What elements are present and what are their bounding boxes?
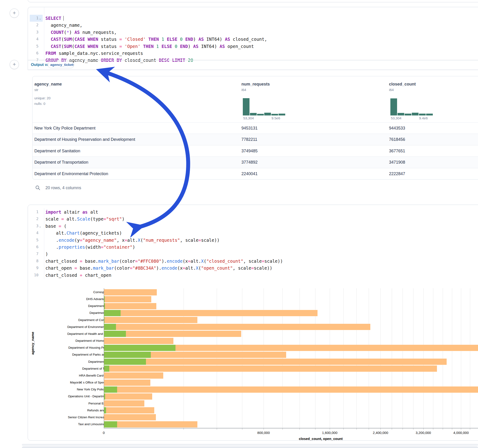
table-cell-closed: 9443533: [389, 123, 405, 134]
python-code-editor[interactable]: 1import altair as alt2scale = alt.Scale(…: [28, 209, 478, 279]
add-cell-button[interactable]: +: [10, 60, 19, 69]
closed-count-bar: [104, 359, 447, 365]
y-axis-tick: [103, 383, 104, 383]
code-line[interactable]: 7): [28, 250, 478, 257]
line-number: 3: [30, 223, 38, 230]
gridline: [433, 288, 433, 428]
add-cell-button[interactable]: +: [10, 8, 19, 18]
code-text[interactable]: .encode(y="agency_name", x=alt.X("num_re…: [45, 237, 220, 244]
open-count-bar: [104, 421, 117, 428]
code-text[interactable]: FROM sample_data.nyc.service_requests: [45, 50, 143, 57]
histogram-bar: [243, 98, 250, 115]
histogram-bar: [390, 98, 397, 115]
code-text[interactable]: scale = alt.Scale(type="sqrt"): [45, 216, 125, 222]
code-line[interactable]: 4 alt.Chart(agency_tickets): [28, 230, 478, 236]
code-line[interactable]: 8chart_closed = base.mark_bar(color="#FF…: [28, 258, 478, 265]
code-line[interactable]: 2scale = alt.Scale(type="sqrt"): [28, 216, 478, 222]
collapse-chevron-icon[interactable]: ⌄: [39, 223, 41, 230]
code-text[interactable]: chart_closed = base.mark_bar(color="#FFC…: [45, 258, 283, 265]
gridline: [183, 288, 184, 428]
histogram-max-label: 9.5e6: [271, 116, 280, 120]
column-header-agency-name[interactable]: agency_name: [34, 82, 62, 87]
python-cell[interactable]: 1import altair as alt2scale = alt.Scale(…: [28, 205, 478, 441]
closed-count-bar: [104, 317, 197, 323]
code-line[interactable]: 5 .encode(y="agency_name", x=alt.X("num_…: [28, 237, 478, 244]
line-number: 4: [30, 36, 38, 43]
line-gutter: 5: [30, 237, 43, 244]
sql-code-editor[interactable]: 1⌄SELECT2 agency_name,3 COUNT(*) AS num_…: [28, 15, 478, 64]
y-axis-tick: [103, 341, 104, 341]
y-axis-tick: [103, 389, 104, 390]
output-variable-pill[interactable]: agency_tickets: [48, 62, 74, 68]
code-line[interactable]: 3 COUNT(*) AS num_requests,: [28, 29, 478, 36]
code-line[interactable]: 5 CAST(SUM(CASE WHEN status = 'Open' THE…: [28, 43, 478, 50]
code-line[interactable]: 4 CAST(SUM(CASE WHEN status = 'Closed' T…: [28, 36, 478, 43]
column-header-num-requests[interactable]: num_requests: [241, 82, 270, 87]
code-text[interactable]: CAST(SUM(CASE WHEN status = 'Closed' THE…: [45, 36, 267, 43]
table-cell-agency: Department of Housing Preservation and D…: [34, 134, 135, 145]
code-line[interactable]: 3⌄base = (: [28, 223, 478, 230]
line-gutter: 2: [30, 22, 43, 29]
collapse-chevron-icon[interactable]: ⌄: [39, 15, 41, 22]
sql-cell[interactable]: 1⌄SELECT2 agency_name,3 COUNT(*) AS num_…: [28, 7, 478, 70]
open-count-bar: [104, 407, 106, 413]
y-axis-tick: [103, 313, 104, 313]
code-line[interactable]: 10chart_closed + chart_open: [28, 272, 478, 279]
line-number: 10: [30, 272, 38, 279]
x-axis-tick-label: 3,200,000: [415, 431, 431, 435]
line-gutter: 4: [30, 36, 43, 43]
code-line[interactable]: 1⌄SELECT: [28, 15, 478, 22]
code-text[interactable]: .properties(width="container"): [45, 244, 135, 250]
column-header-closed-count[interactable]: closed_count: [389, 82, 416, 87]
closed-count-bar: [104, 296, 151, 302]
y-axis-tick: [103, 348, 104, 348]
code-text[interactable]: COUNT(*) AS num_requests,: [45, 29, 117, 36]
altair-chart: Correspondence UnitDHS Advantage Program…: [28, 283, 478, 440]
line-number: 4: [30, 230, 38, 236]
collapsed-cell-edge: [22, 446, 478, 448]
open-count-bar: [104, 303, 105, 309]
code-text[interactable]: alt.Chart(agency_tickets): [45, 230, 122, 236]
code-line[interactable]: 6 .properties(width="container"): [28, 244, 478, 250]
code-text[interactable]: CAST(SUM(CASE WHEN status = 'Open' THEN …: [45, 43, 254, 50]
y-axis-tick: [103, 417, 104, 417]
closed-count-bar: [104, 421, 197, 428]
gridline: [330, 288, 330, 428]
code-text[interactable]: chart_closed + chart_open: [45, 272, 111, 279]
line-number: 3: [30, 29, 38, 36]
code-line[interactable]: 1import altair as alt: [28, 209, 478, 216]
histogram-max-label: 9.4e6: [419, 116, 428, 120]
code-line[interactable]: 6FROM sample_data.nyc.service_requests: [28, 50, 478, 57]
code-line[interactable]: 9chart_open = base.mark_bar(color="#8BC3…: [28, 265, 478, 272]
y-axis-tick: [103, 327, 104, 327]
column-stat-unique: unique: 20: [34, 96, 50, 100]
x-axis-tick-label: 2,400,000: [373, 431, 388, 435]
code-line[interactable]: 7GROUP BY agency_name ORDER BY closed_co…: [28, 57, 478, 64]
cell-divider: [28, 60, 478, 60]
code-text[interactable]: SELECT: [45, 15, 64, 22]
y-axis-tick: [103, 411, 104, 411]
table-cell-agency: Department of Sanitation: [34, 145, 80, 157]
code-text[interactable]: ): [45, 250, 48, 257]
table-summary: 20 rows, 4 columns: [45, 186, 81, 190]
code-text[interactable]: import altair as alt: [45, 209, 98, 216]
code-text[interactable]: base = (: [45, 223, 67, 230]
histogram-bar: [419, 114, 426, 115]
code-text[interactable]: chart_open = base.mark_bar(color="#8BC34…: [45, 265, 272, 272]
line-number: 5: [30, 43, 38, 50]
search-icon[interactable]: [35, 185, 41, 191]
code-text[interactable]: agency_name,: [45, 22, 82, 29]
table-cell-num: 9453131: [241, 123, 258, 134]
code-line[interactable]: 2 agency_name,: [28, 22, 478, 29]
table-cell-agency: New York City Police Department: [34, 123, 95, 134]
line-number: 9: [30, 265, 38, 272]
y-axis-tick: [103, 299, 104, 299]
y-axis-tick: [103, 376, 104, 376]
gridline: [403, 288, 403, 428]
gridline: [443, 288, 443, 428]
open-count-bar: [104, 317, 104, 323]
line-number: 6: [30, 50, 38, 57]
histogram-bar: [278, 114, 285, 115]
x-axis-tick-label: 0: [103, 431, 105, 435]
y-axis-tick: [103, 334, 104, 334]
